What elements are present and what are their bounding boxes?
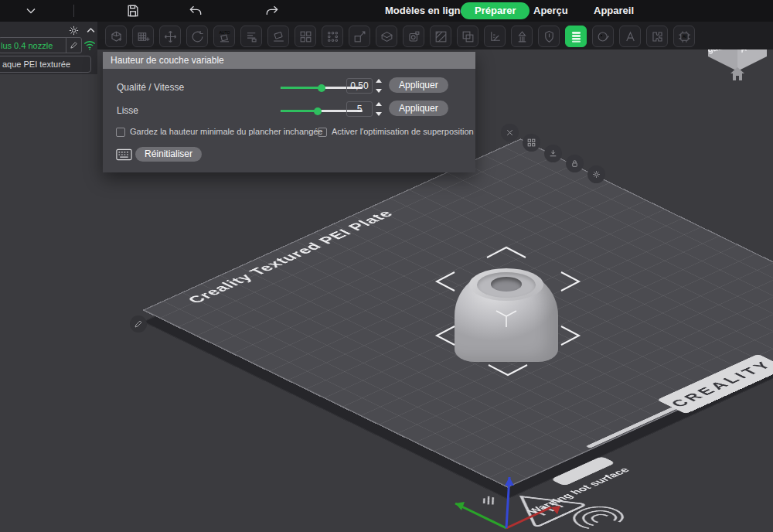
save-icon[interactable] — [125, 3, 141, 19]
tool-assemble-icon[interactable] — [376, 26, 397, 47]
menu-prepare[interactable]: Préparer — [461, 2, 530, 19]
topbar-divider — [73, 5, 74, 17]
reset-button[interactable]: Réinitialiser — [135, 147, 202, 162]
home-icon[interactable] — [728, 65, 747, 82]
smooth-stepper[interactable] — [376, 102, 383, 116]
tool-rotate-icon[interactable] — [186, 26, 208, 47]
keyboard-icon — [116, 148, 132, 161]
tool-color-painting-icon[interactable] — [592, 26, 614, 47]
tool-lay-on-face-icon[interactable] — [267, 26, 289, 47]
printer-name: lus 0.4 nozzle — [0, 41, 66, 50]
quality-speed-value[interactable]: 0,50 — [346, 78, 373, 94]
tool-support-icon[interactable] — [511, 26, 533, 47]
tool-scale-icon[interactable] — [349, 26, 370, 47]
quality-speed-label: Qualité / Vitesse — [117, 82, 184, 93]
delete-plate-icon[interactable] — [501, 124, 519, 142]
lock-plate-icon[interactable] — [566, 155, 584, 172]
main-toolbar: AUTOAI — [0, 22, 773, 49]
tool-clone-icon[interactable] — [295, 26, 316, 47]
tool-text-icon[interactable] — [619, 26, 641, 47]
orient-plate-icon[interactable] — [544, 145, 562, 162]
quality-speed-stepper[interactable] — [376, 79, 383, 93]
tool-split-icon[interactable] — [646, 26, 668, 47]
smooth-value[interactable]: 5 — [346, 101, 373, 117]
quality-speed-row: Qualité / Vitesse 0,50 Appliquer — [103, 77, 475, 100]
keep-min-floor-label: Gardez la hauteur minimale du plancher i… — [130, 127, 323, 136]
collapse-icon[interactable] — [85, 25, 97, 36]
tool-measure-icon[interactable] — [484, 26, 506, 47]
smooth-label: Lisse — [117, 105, 138, 116]
overlay-optimization-label: Activer l'optimisation de superposition — [332, 127, 474, 136]
topbar: Modèles en ligne Préparer Aperçu Apparei… — [0, 0, 773, 22]
tool-boolean-icon[interactable] — [457, 26, 478, 47]
tool-auto-orient-icon[interactable]: AUTO — [213, 26, 235, 47]
tool-add-model-icon[interactable] — [105, 26, 127, 47]
tool-ai-detection-icon[interactable]: AI — [673, 26, 695, 47]
arrange-plate-icon[interactable] — [523, 134, 540, 152]
tool-mirror-icon[interactable] — [403, 26, 424, 47]
printer-panel: lus 0.4 nozzle aque PEI texturée — [0, 22, 97, 74]
plate-type-select[interactable]: aque PEI texturée — [0, 56, 91, 73]
tool-add-plate-icon[interactable] — [132, 26, 154, 47]
redo-icon[interactable] — [264, 3, 280, 19]
tool-align-icon[interactable] — [240, 26, 262, 47]
apply-smooth-button[interactable]: Appliquer — [389, 101, 448, 116]
overlay-optimization-checkbox[interactable] — [318, 128, 327, 137]
apply-quality-button[interactable]: Appliquer — [389, 77, 448, 93]
svg-text:AUTO: AUTO — [219, 30, 230, 35]
menu-online-models[interactable]: Modèles en ligne — [385, 0, 466, 22]
pencil-icon[interactable] — [66, 38, 81, 53]
plate-surface-label: Creality Textured PEI Plate — [183, 208, 398, 306]
undo-icon[interactable] — [188, 3, 203, 19]
keep-min-floor-checkbox[interactable] — [116, 128, 125, 137]
chevron-down-icon[interactable] — [23, 3, 39, 19]
tool-seam-painting-icon[interactable] — [538, 26, 560, 47]
tool-arrange-icon[interactable] — [322, 26, 343, 47]
variable-layer-height-panel: Hauteur de couche variable Qualité / Vit… — [103, 52, 475, 172]
tool-pattern-icon[interactable] — [430, 26, 451, 47]
creality-print-window: Creality Textured PEI Plate CREALITY War… — [0, 0, 773, 532]
edit-plate-name-icon[interactable] — [130, 315, 147, 332]
plate-settings-icon[interactable] — [587, 165, 605, 183]
tool-variable-layer-height-icon[interactable] — [565, 26, 587, 47]
menu-preview[interactable]: Aperçu — [533, 0, 568, 22]
menu-device[interactable]: Appareil — [594, 0, 634, 22]
tool-move-icon[interactable] — [159, 26, 181, 47]
gear-icon[interactable] — [68, 25, 80, 36]
smooth-row: Lisse 5 Appliquer — [103, 100, 475, 123]
wifi-icon — [83, 39, 97, 51]
panel-title: Hauteur de couche variable — [103, 52, 475, 69]
svg-text:AI: AI — [683, 35, 686, 39]
model-hole — [491, 277, 522, 292]
printer-selector[interactable]: lus 0.4 nozzle — [0, 37, 82, 53]
